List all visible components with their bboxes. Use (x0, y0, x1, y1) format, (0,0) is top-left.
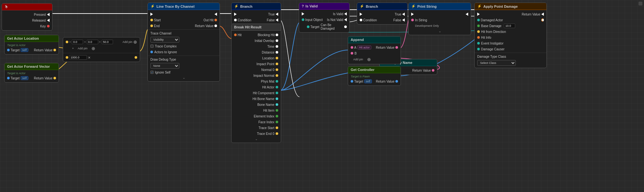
drawdebug-dropdown[interactable]: None (150, 63, 179, 69)
condition-pin[interactable] (234, 19, 237, 21)
node-header: Get Actor Forward Vector (5, 63, 59, 70)
traceend-pin[interactable] (276, 132, 278, 135)
elementindex-pin[interactable] (276, 115, 278, 117)
damagecauser-pin[interactable] (477, 48, 480, 50)
retval-pin2[interactable] (541, 18, 544, 22)
exec-in[interactable] (302, 12, 304, 15)
target-pin[interactable] (351, 80, 353, 83)
bonename-pin[interactable] (276, 103, 278, 106)
normal0-pin[interactable] (276, 68, 278, 71)
tracecomplex-row: Trace Complex (148, 43, 220, 49)
distance-pin[interactable] (276, 51, 278, 54)
add-pin-btn[interactable]: Add pin (75, 46, 90, 50)
true-pin[interactable] (402, 13, 405, 16)
actorstoignore-pin[interactable] (150, 51, 153, 53)
initialoverlap-label: Initial Overlap (255, 39, 274, 43)
retval-pin[interactable] (395, 46, 398, 49)
physmat-pin[interactable] (276, 80, 278, 83)
exec-in[interactable] (411, 13, 414, 16)
blockinghit-pin[interactable] (276, 34, 278, 36)
get-actor-forward-vector-node: Get Actor Forward Vector Target is Actor… (4, 63, 59, 83)
retval-pin[interactable] (214, 25, 217, 27)
retval-pin[interactable] (395, 80, 398, 83)
ignoreself-check[interactable] (150, 71, 154, 74)
true-pin[interactable] (276, 13, 278, 16)
exec-out-pin[interactable] (214, 13, 217, 16)
tracestart-pin[interactable] (276, 126, 278, 129)
node-body: Hit Blocking Hit Initial Overlap Time Di… (232, 31, 281, 143)
basedamage-input[interactable] (504, 24, 515, 28)
hitfromdirection-pin[interactable] (477, 30, 480, 33)
time-pin[interactable] (276, 45, 278, 48)
exec-in-pin[interactable] (150, 13, 153, 16)
expand-chevron[interactable]: ⌄ (148, 75, 220, 80)
retval-pin[interactable] (432, 69, 434, 72)
impactnormal-pin[interactable] (276, 74, 278, 77)
result-pin[interactable] (135, 56, 137, 59)
fwd-in-pin[interactable] (66, 56, 68, 59)
target-pin[interactable] (307, 25, 309, 28)
resize-handle[interactable] (639, 2, 642, 5)
target-input-pin[interactable] (7, 49, 10, 51)
exec-in[interactable] (360, 13, 362, 16)
addpin-btn[interactable]: Add pin (351, 57, 366, 61)
isnotvalid-pin[interactable] (344, 18, 347, 21)
tracecomplex-label: Trace Complex (155, 45, 176, 48)
faceindex-pin[interactable] (276, 121, 278, 123)
damagedactor-pin[interactable] (477, 19, 480, 21)
return-pin[interactable] (53, 77, 56, 79)
condition-pin[interactable] (360, 19, 362, 21)
exec-row: True (232, 11, 281, 17)
pressed-exec-pin[interactable] (47, 13, 50, 16)
exec-in[interactable] (234, 13, 237, 16)
hititem-pin[interactable] (276, 109, 278, 112)
condition-label: Condition (238, 18, 251, 22)
expand-chevron[interactable]: ⌄ (409, 29, 471, 34)
b-label: B (355, 52, 357, 55)
isvalid-pin[interactable] (344, 12, 347, 15)
eventinstigator-row: Event Instigator (475, 40, 546, 46)
time-label: Time (267, 45, 274, 48)
start-pin[interactable] (150, 19, 153, 21)
false-pin[interactable] (276, 18, 278, 22)
eventinstigator-pin[interactable] (477, 42, 480, 45)
hit-in-pin[interactable] (234, 34, 237, 36)
mult-input[interactable] (69, 55, 87, 60)
expand-chevron[interactable]: ⌄ (232, 136, 281, 141)
inputobj-pin[interactable] (302, 18, 304, 21)
target-input-pin[interactable] (7, 77, 10, 79)
z-input[interactable] (102, 40, 113, 44)
initialoverlap-pin[interactable] (276, 39, 278, 42)
a-pin[interactable] (351, 46, 353, 49)
selectclass-dropdown[interactable]: Select Class (477, 60, 516, 66)
a-label: A (354, 46, 356, 49)
instring-pin[interactable] (411, 19, 414, 21)
x-in-pin[interactable] (66, 41, 68, 43)
false-pin[interactable] (402, 18, 405, 22)
hitactor-pin[interactable] (276, 86, 278, 88)
print-icon: ⚡ (411, 4, 416, 8)
hitbonename-pin[interactable] (276, 97, 278, 100)
tracechannel-dropdown[interactable]: Visibility (150, 37, 179, 43)
return-pin[interactable] (53, 49, 56, 51)
basedamage-pin[interactable] (477, 25, 480, 27)
key-pin[interactable] (47, 25, 50, 27)
hitcomponent-pin[interactable] (276, 92, 278, 94)
end-pin[interactable] (150, 25, 153, 27)
y-input[interactable] (87, 40, 98, 44)
tracecomplex-check[interactable] (150, 45, 154, 48)
addpin-icon[interactable]: ⊕ (367, 57, 371, 62)
exec-in[interactable] (477, 13, 480, 16)
outhit-pin[interactable] (214, 19, 217, 21)
x-input[interactable] (72, 40, 83, 44)
exec-out[interactable] (466, 13, 468, 16)
impactpoint-pin[interactable] (276, 63, 278, 65)
hitinfo-pin[interactable] (477, 36, 480, 39)
canbedamaged-pin[interactable] (344, 25, 347, 28)
exec-out[interactable] (541, 13, 544, 16)
b-pin[interactable] (351, 52, 353, 55)
add-pin-icon[interactable]: ⊕ (133, 39, 137, 45)
released-exec-pin[interactable] (47, 19, 50, 22)
location-pin[interactable] (276, 57, 278, 59)
add-pin-icon2[interactable]: ⊕ (91, 46, 95, 51)
